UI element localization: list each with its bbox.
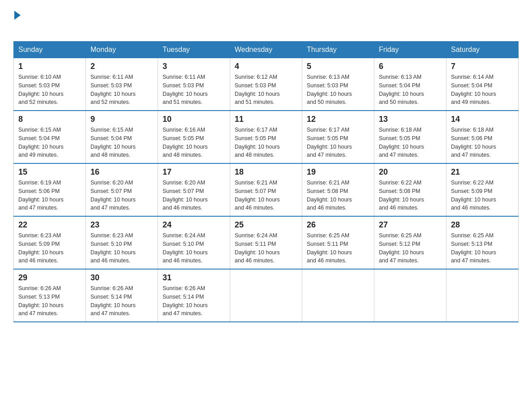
calendar-day-cell: 27Sunrise: 6:25 AMSunset: 5:12 PMDayligh… [374,216,446,269]
calendar-day-cell [446,269,519,322]
day-number: 22 [18,220,81,230]
day-number: 18 [235,167,297,177]
day-number: 20 [379,167,442,177]
calendar-day-cell: 22Sunrise: 6:23 AMSunset: 5:09 PMDayligh… [14,216,86,269]
calendar-day-cell: 24Sunrise: 6:24 AMSunset: 5:10 PMDayligh… [158,216,230,269]
calendar-week-row: 1Sunrise: 6:10 AMSunset: 5:03 PMDaylight… [14,58,519,111]
day-info: Sunrise: 6:21 AMSunset: 5:07 PMDaylight:… [235,179,297,212]
day-info: Sunrise: 6:13 AMSunset: 5:04 PMDaylight:… [379,73,442,107]
day-info: Sunrise: 6:25 AMSunset: 5:11 PMDaylight:… [307,231,369,265]
calendar-day-cell: 18Sunrise: 6:21 AMSunset: 5:07 PMDayligh… [230,163,302,216]
calendar-week-row: 15Sunrise: 6:19 AMSunset: 5:06 PMDayligh… [14,163,519,216]
calendar-day-cell: 25Sunrise: 6:24 AMSunset: 5:11 PMDayligh… [230,216,302,269]
day-number: 5 [307,62,369,71]
day-info: Sunrise: 6:19 AMSunset: 5:06 PMDaylight:… [18,179,81,212]
calendar-week-row: 29Sunrise: 6:26 AMSunset: 5:13 PMDayligh… [14,269,519,322]
calendar-day-cell: 9Sunrise: 6:15 AMSunset: 5:04 PMDaylight… [86,111,158,163]
day-info: Sunrise: 6:25 AMSunset: 5:13 PMDaylight:… [451,231,514,265]
calendar-day-cell: 16Sunrise: 6:20 AMSunset: 5:07 PMDayligh… [86,163,158,216]
calendar-day-cell: 21Sunrise: 6:22 AMSunset: 5:09 PMDayligh… [446,163,519,216]
calendar-day-cell: 3Sunrise: 6:11 AMSunset: 5:03 PMDaylight… [158,58,230,111]
calendar-day-cell [230,269,302,322]
day-number: 23 [90,220,153,230]
weekday-header-wednesday: Wednesday [230,42,302,58]
day-number: 4 [235,62,297,71]
day-number: 3 [163,62,225,71]
calendar-day-cell: 17Sunrise: 6:20 AMSunset: 5:07 PMDayligh… [158,163,230,216]
day-info: Sunrise: 6:23 AMSunset: 5:10 PMDaylight:… [90,231,153,265]
weekday-header-tuesday: Tuesday [158,42,230,58]
calendar-day-cell: 15Sunrise: 6:19 AMSunset: 5:06 PMDayligh… [14,163,86,216]
day-number: 24 [163,220,225,230]
day-number: 21 [451,167,514,177]
calendar-day-cell: 26Sunrise: 6:25 AMSunset: 5:11 PMDayligh… [302,216,374,269]
calendar-day-cell: 4Sunrise: 6:12 AMSunset: 5:03 PMDaylight… [230,58,302,111]
day-number: 14 [451,115,514,124]
calendar-day-cell: 13Sunrise: 6:18 AMSunset: 5:05 PMDayligh… [374,111,446,163]
calendar-day-cell [374,269,446,322]
day-number: 16 [90,167,153,177]
day-number: 26 [307,220,369,230]
day-info: Sunrise: 6:20 AMSunset: 5:07 PMDaylight:… [163,179,225,212]
day-info: Sunrise: 6:22 AMSunset: 5:09 PMDaylight:… [451,179,514,212]
day-info: Sunrise: 6:12 AMSunset: 5:03 PMDaylight:… [235,73,297,107]
calendar-day-cell: 20Sunrise: 6:22 AMSunset: 5:08 PMDayligh… [374,163,446,216]
day-number: 25 [235,220,297,230]
day-info: Sunrise: 6:20 AMSunset: 5:07 PMDaylight:… [90,179,153,212]
day-info: Sunrise: 6:11 AMSunset: 5:03 PMDaylight:… [90,73,153,107]
day-info: Sunrise: 6:24 AMSunset: 5:10 PMDaylight:… [163,231,225,265]
calendar-day-cell: 11Sunrise: 6:17 AMSunset: 5:05 PMDayligh… [230,111,302,163]
calendar-day-cell: 2Sunrise: 6:11 AMSunset: 5:03 PMDaylight… [86,58,158,111]
calendar-day-cell: 29Sunrise: 6:26 AMSunset: 5:13 PMDayligh… [14,269,86,322]
page-header: General [13,9,519,32]
day-number: 7 [451,62,514,71]
day-info: Sunrise: 6:25 AMSunset: 5:12 PMDaylight:… [379,231,442,265]
day-info: Sunrise: 6:18 AMSunset: 5:06 PMDaylight:… [451,126,514,159]
calendar-day-cell: 28Sunrise: 6:25 AMSunset: 5:13 PMDayligh… [446,216,519,269]
day-info: Sunrise: 6:26 AMSunset: 5:14 PMDaylight:… [90,284,153,318]
day-number: 10 [163,115,225,124]
calendar-week-row: 22Sunrise: 6:23 AMSunset: 5:09 PMDayligh… [14,216,519,269]
day-number: 30 [90,273,153,283]
day-info: Sunrise: 6:13 AMSunset: 5:03 PMDaylight:… [307,73,369,107]
weekday-header-thursday: Thursday [302,42,374,58]
day-info: Sunrise: 6:21 AMSunset: 5:08 PMDaylight:… [307,179,369,212]
day-number: 31 [163,273,225,283]
weekday-header-friday: Friday [374,42,446,58]
day-number: 19 [307,167,369,177]
day-info: Sunrise: 6:23 AMSunset: 5:09 PMDaylight:… [18,231,81,265]
day-info: Sunrise: 6:26 AMSunset: 5:13 PMDaylight:… [18,284,81,318]
logo: General [13,9,60,32]
weekday-header-saturday: Saturday [446,42,519,58]
calendar-day-cell: 7Sunrise: 6:14 AMSunset: 5:04 PMDaylight… [446,58,519,111]
calendar-table: SundayMondayTuesdayWednesdayThursdayFrid… [13,41,519,322]
day-number: 29 [18,273,81,283]
calendar-week-row: 8Sunrise: 6:15 AMSunset: 5:04 PMDaylight… [14,111,519,163]
day-info: Sunrise: 6:24 AMSunset: 5:11 PMDaylight:… [235,231,297,265]
day-number: 6 [379,62,442,71]
day-number: 27 [379,220,442,230]
day-info: Sunrise: 6:10 AMSunset: 5:03 PMDaylight:… [18,73,81,107]
day-info: Sunrise: 6:17 AMSunset: 5:05 PMDaylight:… [235,126,297,159]
day-info: Sunrise: 6:14 AMSunset: 5:04 PMDaylight:… [451,73,514,107]
day-info: Sunrise: 6:22 AMSunset: 5:08 PMDaylight:… [379,179,442,212]
day-number: 2 [90,62,153,71]
calendar-day-cell: 19Sunrise: 6:21 AMSunset: 5:08 PMDayligh… [302,163,374,216]
calendar-day-cell: 31Sunrise: 6:26 AMSunset: 5:14 PMDayligh… [158,269,230,322]
calendar-day-cell [302,269,374,322]
day-info: Sunrise: 6:15 AMSunset: 5:04 PMDaylight:… [90,126,153,159]
day-number: 28 [451,220,514,230]
day-number: 15 [18,167,81,177]
weekday-header-row: SundayMondayTuesdayWednesdayThursdayFrid… [14,42,519,58]
day-number: 11 [235,115,297,124]
day-number: 1 [18,62,81,71]
calendar-day-cell: 10Sunrise: 6:16 AMSunset: 5:05 PMDayligh… [158,111,230,163]
day-info: Sunrise: 6:18 AMSunset: 5:05 PMDaylight:… [379,126,442,159]
day-info: Sunrise: 6:15 AMSunset: 5:04 PMDaylight:… [18,126,81,159]
day-number: 17 [163,167,225,177]
day-number: 13 [379,115,442,124]
calendar-day-cell: 8Sunrise: 6:15 AMSunset: 5:04 PMDaylight… [14,111,86,163]
calendar-day-cell: 23Sunrise: 6:23 AMSunset: 5:10 PMDayligh… [86,216,158,269]
day-info: Sunrise: 6:26 AMSunset: 5:14 PMDaylight:… [163,284,225,318]
day-number: 9 [90,115,153,124]
